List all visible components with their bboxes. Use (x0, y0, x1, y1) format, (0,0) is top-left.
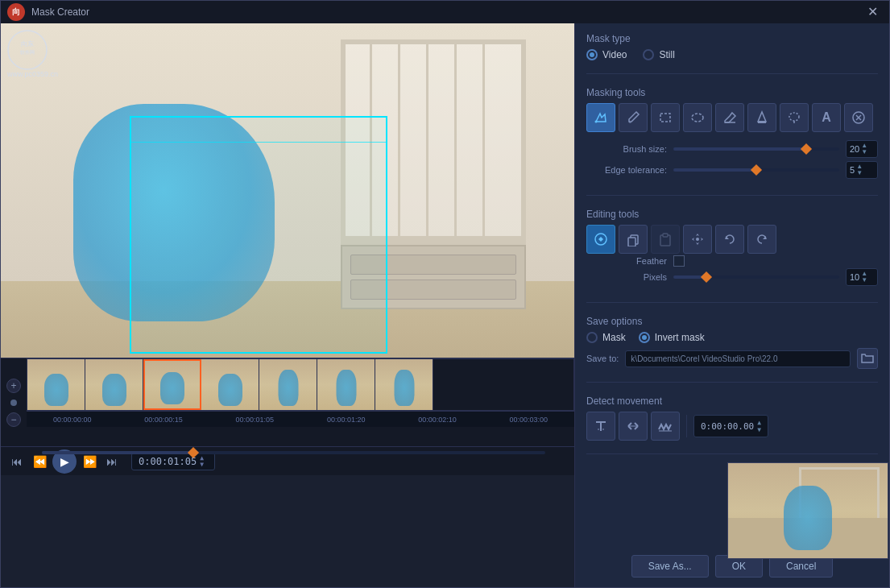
radio-still[interactable]: Still (643, 49, 674, 60)
progress-track[interactable] (42, 451, 545, 454)
timecode-down-arrow[interactable]: ▼ (200, 462, 208, 468)
rectangle-tool[interactable] (651, 103, 680, 132)
skip-to-start-button[interactable]: ⏮ (7, 452, 27, 471)
copy-edit-button[interactable] (619, 225, 648, 254)
masking-tools-label: Masking tools (586, 87, 878, 98)
radio-inner-invert (642, 335, 647, 340)
select-icon (594, 232, 608, 246)
editing-tools-section: Editing tools (586, 209, 878, 289)
thumb-image (145, 361, 200, 408)
detect-time-input[interactable]: 0:00:00.00 ▲ ▼ (693, 415, 768, 437)
filmstrip-thumb-7[interactable] (375, 359, 433, 410)
browse-folder-button[interactable] (857, 348, 878, 369)
video-canvas (1, 23, 574, 358)
filmstrip-thumb-3[interactable] (143, 359, 201, 410)
pixels-down[interactable]: ▼ (861, 277, 867, 284)
thumb-image (375, 359, 433, 410)
pixels-track[interactable] (673, 275, 839, 279)
detect-t-icon (593, 418, 609, 434)
brush-size-fill (673, 147, 806, 151)
previous-frame-button[interactable]: ⏪ (30, 452, 49, 471)
brush-size-arrows: ▲ ▼ (861, 143, 867, 155)
divider-1 (586, 73, 878, 74)
select-edit-button[interactable] (586, 225, 615, 254)
clear-tool[interactable] (844, 103, 873, 132)
detect-motion-wave-button[interactable] (651, 412, 680, 441)
brush-size-down[interactable]: ▼ (861, 149, 867, 155)
zoom-controls: + − (1, 358, 27, 447)
radio-video[interactable]: Video (586, 49, 627, 60)
next-frame-button[interactable]: ⏩ (80, 452, 99, 471)
filmstrip-row (27, 358, 574, 411)
detect-expand-button[interactable] (619, 412, 648, 441)
mask-type-label: Mask type (586, 33, 878, 44)
timecodes-row: 00:00:00:00 00:00:00:15 00:00:01:05 00:0… (27, 411, 574, 427)
zoom-in-button[interactable]: + (6, 379, 21, 393)
edge-tolerance-arrows: ▲ ▼ (856, 164, 863, 176)
brush-size-row: Brush size: 20 ▲ ▼ (586, 140, 878, 158)
redo-edit-button[interactable] (747, 225, 776, 254)
timecode-6: 00:00:03:00 (483, 412, 574, 427)
baby-mask-overlay (73, 104, 275, 321)
edge-tolerance-thumb[interactable] (751, 164, 762, 176)
edge-tolerance-down[interactable]: ▼ (856, 170, 863, 176)
timeline-area: + − (1, 358, 574, 446)
video-area[interactable]: 向东 软件网 www.pc0359.cn (1, 23, 574, 358)
divider-4 (586, 382, 878, 383)
edge-tolerance-track[interactable] (673, 168, 839, 172)
detect-motion-t-button[interactable] (586, 412, 615, 441)
eraser-tool[interactable] (715, 103, 744, 132)
paste-edit-button (651, 225, 680, 254)
timecode-arrows: ▲ ▼ (200, 455, 208, 468)
fill-tool[interactable] (747, 103, 776, 132)
filmstrip-thumb-2[interactable] (85, 359, 143, 410)
text-tool[interactable]: A (812, 103, 841, 132)
svg-point-8 (789, 113, 799, 121)
crib-slat (398, 44, 400, 244)
svg-rect-15 (628, 238, 635, 246)
close-button[interactable]: ✕ (863, 4, 883, 20)
save-options-section: Save options Mask Invert mask (586, 316, 878, 369)
drawer (350, 280, 516, 300)
radio-outer-video (586, 49, 598, 60)
filmstrip-thumb-5[interactable] (259, 359, 317, 410)
thumb-baby (44, 374, 68, 406)
radio-outer-invert (639, 332, 650, 343)
ellipse-icon (690, 110, 705, 125)
smart-brush-icon (594, 110, 608, 125)
timecode-1: 00:00:00:00 (27, 412, 118, 427)
svg-rect-4 (660, 114, 670, 122)
filmstrip-thumb-4[interactable] (201, 359, 259, 410)
crib-slat (370, 44, 372, 244)
lasso-tool[interactable] (780, 103, 809, 132)
mask-type-section: Mask type Video Still (586, 33, 878, 60)
smart-brush-tool[interactable] (586, 103, 615, 132)
brush-tool[interactable] (619, 103, 648, 132)
timecode-3: 00:00:01:05 (209, 412, 300, 427)
radio-invert-mask[interactable]: Invert mask (639, 332, 705, 343)
radio-mask[interactable]: Mask (586, 332, 626, 343)
app-logo: 向 (7, 3, 25, 21)
undo-edit-button[interactable] (715, 225, 744, 254)
radio-mask-label: Mask (602, 332, 626, 343)
move-edit-button[interactable] (683, 225, 712, 254)
filmstrip-thumb-1[interactable] (27, 359, 85, 410)
feather-checkbox[interactable] (673, 255, 685, 267)
save-as-button[interactable]: Save As... (631, 555, 709, 578)
save-to-row: Save to: k\Documents\Corel VideoStudio P… (586, 348, 878, 369)
brush-size-track[interactable] (673, 147, 839, 151)
brush-size-thumb[interactable] (801, 143, 812, 155)
fill-icon (755, 110, 769, 125)
zoom-out-button[interactable]: − (6, 412, 21, 427)
ellipse-tool[interactable] (683, 103, 712, 132)
paste-icon (658, 232, 673, 246)
divider-2 (586, 195, 878, 196)
time-down-arrow[interactable]: ▼ (757, 426, 761, 433)
drawer (350, 255, 516, 275)
skip-to-end-button[interactable]: ⏭ (102, 452, 122, 471)
timecode-value: 0:00:01:05 (139, 456, 197, 467)
thumb-baby (278, 370, 298, 406)
time-up-arrow[interactable]: ▲ (757, 419, 761, 426)
filmstrip-thumb-6[interactable] (317, 359, 375, 410)
pixels-thumb[interactable] (701, 271, 712, 283)
